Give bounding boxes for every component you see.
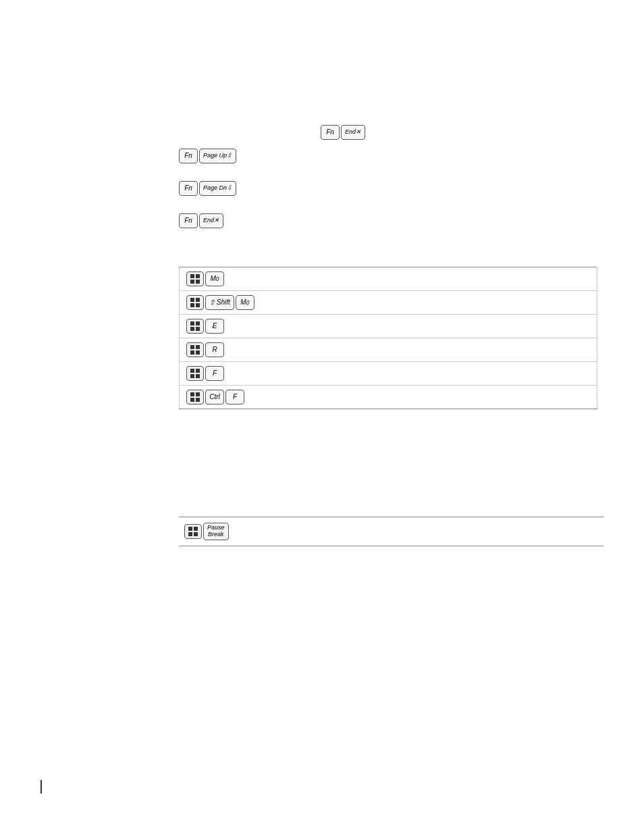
windows-icon-2 bbox=[190, 298, 200, 307]
page-up-key: Page Up⇧ bbox=[199, 149, 236, 163]
fn-page-dn-group: Fn Page Dn⇩ bbox=[179, 181, 236, 196]
win-key-5 bbox=[186, 366, 204, 381]
ctrl-key: Ctrl bbox=[205, 390, 224, 405]
win-key-4 bbox=[186, 342, 204, 357]
win-key-1 bbox=[186, 271, 204, 286]
win-shift-m0-combo: ⇧ Shift M 0 bbox=[186, 295, 254, 310]
win-e-combo: E bbox=[186, 319, 224, 334]
fn-key-top: Fn bbox=[321, 125, 340, 140]
r-key: R bbox=[205, 342, 224, 357]
windows-icon-4 bbox=[190, 345, 200, 355]
pause-break-key: PauseBreak bbox=[203, 523, 229, 540]
top-key-combo: Fn End✕ bbox=[321, 125, 365, 140]
windows-icon-5 bbox=[190, 369, 200, 378]
windows-icon bbox=[190, 274, 200, 284]
table-row: M 0 bbox=[180, 267, 597, 291]
win-r-combo: R bbox=[186, 342, 224, 357]
windows-icon-6 bbox=[190, 392, 200, 402]
f-key-2: F bbox=[225, 390, 244, 405]
table-row: Ctrl F bbox=[180, 386, 597, 409]
win-key-6 bbox=[186, 390, 204, 405]
win-key-pause bbox=[184, 524, 202, 539]
fn-page-dn-combo: Fn Page Dn⇩ bbox=[179, 181, 236, 196]
windows-icon-pause bbox=[188, 527, 198, 536]
page: Fn End✕ Fn Page Up⇧ Fn Page Dn⇩ Fn End✕ bbox=[0, 0, 644, 834]
fn-end-group: Fn End✕ bbox=[179, 213, 223, 228]
f-key-1: F bbox=[205, 366, 224, 381]
win-f-combo: F bbox=[186, 366, 224, 381]
table-row: F bbox=[180, 362, 597, 386]
fn-key-1: Fn bbox=[179, 149, 198, 163]
table-row: R bbox=[180, 338, 597, 362]
win-shortcuts-table: M 0 ⇧ Shift M 0 bbox=[179, 267, 597, 409]
fn-end-combo: Fn End✕ bbox=[179, 213, 223, 228]
win-pause-section: PauseBreak bbox=[179, 517, 603, 546]
page-marker bbox=[41, 780, 42, 793]
table-row: E bbox=[180, 315, 597, 338]
table-row: ⇧ Shift M 0 bbox=[180, 291, 597, 315]
m0-key-2: M 0 bbox=[236, 295, 254, 310]
win-key-3 bbox=[186, 319, 204, 334]
windows-icon-3 bbox=[190, 321, 200, 331]
top-fn-combo: Fn End✕ bbox=[321, 125, 365, 140]
win-key-2 bbox=[186, 295, 204, 310]
e-key: E bbox=[205, 319, 224, 334]
page-dn-key: Page Dn⇩ bbox=[199, 181, 236, 196]
fn-key-2: Fn bbox=[179, 181, 198, 196]
m0-key-1: M 0 bbox=[205, 271, 224, 286]
end-key-3: End✕ bbox=[199, 213, 223, 228]
fn-page-up-combo: Fn Page Up⇧ bbox=[179, 149, 236, 163]
end-key-top: End✕ bbox=[341, 125, 365, 140]
fn-page-up-group: Fn Page Up⇧ bbox=[179, 149, 236, 163]
shift-key: ⇧ Shift bbox=[205, 295, 234, 310]
win-pause-row: PauseBreak bbox=[179, 517, 603, 546]
win-m0-combo: M 0 bbox=[186, 271, 224, 286]
fn-key-3: Fn bbox=[179, 213, 198, 228]
win-ctrl-f-combo: Ctrl F bbox=[186, 390, 244, 405]
